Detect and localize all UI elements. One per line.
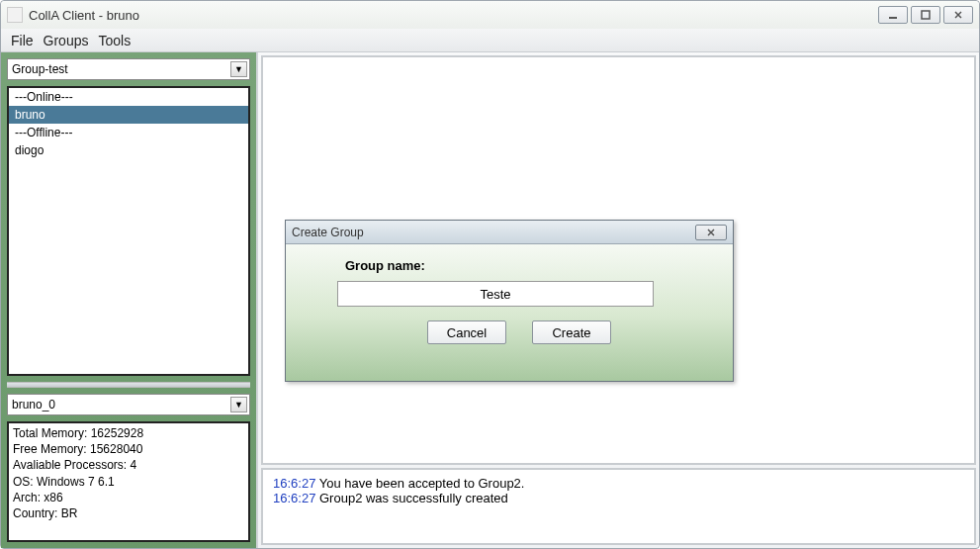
chevron-down-icon: ▼ xyxy=(230,397,247,412)
create-group-dialog: Create Group Group name: Cancel Create xyxy=(285,220,734,382)
dialog-close-button[interactable] xyxy=(695,225,727,240)
titlebar[interactable]: CollA Client - bruno xyxy=(1,1,979,29)
app-window: CollA Client - bruno File Groups Tools G… xyxy=(0,0,980,549)
group-select[interactable]: Group-test ▼ xyxy=(7,58,250,80)
log-message: You have been accepted to Group2. xyxy=(319,476,525,491)
log-time: 16:6:27 xyxy=(273,476,315,491)
user-list[interactable]: ---Online--- bruno ---Offline--- diogo xyxy=(7,86,250,376)
info-arch: Arch: x86 xyxy=(13,490,244,505)
close-icon xyxy=(706,228,716,237)
menu-groups[interactable]: Groups xyxy=(44,33,89,48)
minimize-button[interactable] xyxy=(878,6,908,24)
log-entry: 16:6:27 Group2 was successfully created xyxy=(273,491,964,505)
info-total-memory: Total Memory: 16252928 xyxy=(13,425,244,441)
user-item-diogo[interactable]: diogo xyxy=(9,141,248,159)
maximize-button[interactable] xyxy=(911,6,940,24)
window-controls xyxy=(878,6,973,24)
app-icon xyxy=(7,7,23,23)
online-header: ---Online--- xyxy=(9,88,248,106)
info-os: OS: Windows 7 6.1 xyxy=(13,474,244,490)
dialog-titlebar[interactable]: Create Group xyxy=(286,221,733,244)
offline-header: ---Offline--- xyxy=(9,124,248,141)
log-time: 16:6:27 xyxy=(273,491,315,505)
splitter-horizontal[interactable] xyxy=(7,382,250,388)
close-button[interactable] xyxy=(943,6,973,24)
cancel-button[interactable]: Cancel xyxy=(427,320,506,344)
create-button[interactable]: Create xyxy=(532,320,611,344)
menu-tools[interactable]: Tools xyxy=(98,33,131,48)
info-free-memory: Free Memory: 15628040 xyxy=(13,441,244,457)
maximize-icon xyxy=(921,10,931,20)
chevron-down-icon: ▼ xyxy=(230,61,247,77)
group-name-input[interactable] xyxy=(337,281,654,307)
menubar: File Groups Tools xyxy=(1,29,979,52)
window-title: CollA Client - bruno xyxy=(29,8,878,23)
dialog-buttons: Cancel Create xyxy=(345,320,693,344)
dialog-body: Group name: Cancel Create xyxy=(286,244,733,354)
dialog-title-text: Create Group xyxy=(292,226,364,239)
menu-file[interactable]: File xyxy=(11,33,34,48)
log-area: 16:6:27 You have been accepted to Group2… xyxy=(261,468,976,545)
close-icon xyxy=(953,10,963,20)
session-select[interactable]: bruno_0 ▼ xyxy=(7,394,250,415)
log-entry: 16:6:27 You have been accepted to Group2… xyxy=(273,476,964,491)
group-select-value: Group-test xyxy=(12,62,68,76)
group-name-label: Group name: xyxy=(345,258,693,273)
sidebar: Group-test ▼ ---Online--- bruno ---Offli… xyxy=(1,52,258,548)
user-item-bruno[interactable]: bruno xyxy=(9,106,248,124)
svg-rect-1 xyxy=(922,11,930,19)
minimize-icon xyxy=(888,10,898,20)
system-info: Total Memory: 16252928 Free Memory: 1562… xyxy=(7,421,250,542)
info-country: Country: BR xyxy=(13,505,244,521)
svg-rect-0 xyxy=(889,17,897,19)
session-select-value: bruno_0 xyxy=(12,398,55,412)
log-message: Group2 was successfully created xyxy=(319,491,508,505)
info-processors: Avaliable Processors: 4 xyxy=(13,457,244,473)
